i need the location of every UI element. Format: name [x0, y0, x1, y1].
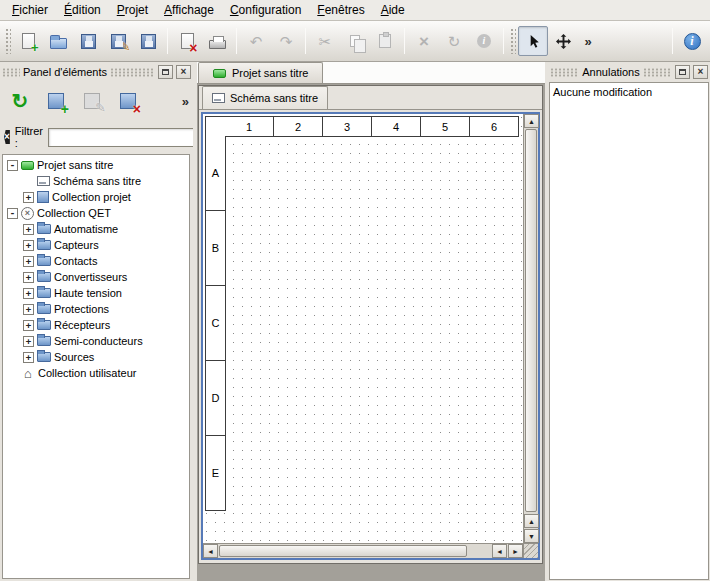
undo-dock-titlebar[interactable]: Annulations ×: [550, 64, 708, 80]
expand-expander-icon[interactable]: [23, 240, 34, 251]
scroll-left-button[interactable]: ◄: [492, 544, 507, 558]
tree-item-scheme[interactable]: Schéma sans titre: [3, 173, 189, 189]
expand-expander-icon[interactable]: [23, 304, 34, 315]
collection-icon: [37, 191, 49, 203]
vertical-scroll-thumb[interactable]: [525, 129, 537, 512]
reload-collections-button[interactable]: ↻: [4, 85, 36, 117]
diagram-scroll-area: 1 2 3 4 5 6 A B C D E: [201, 112, 540, 560]
menu-fenetres[interactable]: Fenêtres: [309, 0, 372, 20]
open-project-button[interactable]: [43, 26, 73, 56]
object-info-button[interactable]: i: [469, 26, 499, 56]
ruler-corner: [205, 116, 226, 137]
horizontal-scroll-thumb[interactable]: [219, 545, 467, 557]
toolbar-handle[interactable]: [5, 28, 11, 54]
column-ruler: 1 2 3 4 5 6: [225, 116, 519, 137]
dock-float-button[interactable]: [158, 65, 173, 79]
expand-expander-icon[interactable]: [23, 320, 34, 331]
tree-item-semi-conducteurs[interactable]: Semi-conducteurs: [3, 333, 189, 349]
float-window-icon: [162, 69, 169, 75]
panel-toolbar-overflow-button[interactable]: »: [182, 94, 189, 109]
save-all-button[interactable]: [133, 26, 163, 56]
tree-item-haute-tension[interactable]: Haute tension: [3, 285, 189, 301]
elements-panel-toolbar: ↻ + ✎ × »: [0, 82, 193, 120]
scroll-left-button[interactable]: ◄: [203, 544, 218, 558]
collapse-expander-icon[interactable]: [7, 208, 18, 219]
undo-history-list[interactable]: Aucune modification: [549, 82, 709, 580]
new-project-button[interactable]: [13, 26, 43, 56]
scroll-right-button[interactable]: ►: [508, 544, 523, 558]
filter-input[interactable]: [48, 128, 198, 147]
tree-item-collection-utilisateur[interactable]: Collection utilisateur: [3, 365, 189, 381]
selection-mode-button[interactable]: [518, 26, 548, 56]
undo-button[interactable]: ↶: [241, 26, 271, 56]
new-element-button[interactable]: +: [40, 85, 72, 117]
scheme-tab-label: Schéma sans titre: [230, 92, 318, 104]
toolbar-overflow-button[interactable]: »: [578, 26, 598, 56]
menu-configuration[interactable]: Configuration: [222, 0, 309, 20]
expand-expander-icon[interactable]: [23, 352, 34, 363]
menu-projet[interactable]: Projet: [109, 0, 156, 20]
tree-item-recepteurs[interactable]: Récepteurs: [3, 317, 189, 333]
chevron-right-icon: »: [584, 34, 591, 49]
menu-affichage[interactable]: Affichage: [156, 0, 222, 20]
cut-button[interactable]: ✂: [310, 26, 340, 56]
expand-expander-icon[interactable]: [23, 288, 34, 299]
about-button[interactable]: i: [677, 26, 707, 56]
edit-element-button[interactable]: ✎: [76, 85, 108, 117]
horizontal-scrollbar[interactable]: ◄ ◄ ►: [203, 543, 523, 558]
dock-close-button[interactable]: ×: [176, 65, 191, 79]
scheme-window[interactable]: Schéma sans titre 1 2 3 4 5 6 A: [198, 85, 543, 564]
copy-button[interactable]: [340, 26, 370, 56]
redo-button[interactable]: ↷: [271, 26, 301, 56]
tree-item-collection-projet[interactable]: Collection projet: [3, 189, 189, 205]
menu-aide[interactable]: Aide: [373, 0, 413, 20]
elements-panel-dock: Panel d'éléments × ↻ + ✎ × » × Filtrer :…: [0, 62, 193, 581]
row-ruler: A B C D E: [205, 136, 226, 511]
resize-grip[interactable]: [523, 543, 538, 558]
vertical-scrollbar[interactable]: ▲ ▲ ▼: [523, 114, 538, 543]
filter-row: × Filtrer :: [4, 126, 189, 148]
elements-panel-titlebar[interactable]: Panel d'éléments ×: [2, 64, 191, 80]
expand-expander-icon[interactable]: [23, 336, 34, 347]
scheme-tabbar: Schéma sans titre: [199, 86, 542, 110]
save-as-button[interactable]: ✎: [103, 26, 133, 56]
paste-button[interactable]: [370, 26, 400, 56]
expand-expander-icon[interactable]: [23, 256, 34, 267]
dock-float-button[interactable]: [675, 65, 690, 79]
scheme-icon: [212, 93, 225, 103]
mdi-area: Schéma sans titre 1 2 3 4 5 6 A: [197, 84, 545, 581]
expand-expander-icon[interactable]: [23, 224, 34, 235]
menu-edition[interactable]: Édition: [56, 0, 109, 20]
folder-icon: [37, 224, 51, 234]
menu-fichier[interactable]: Fichier: [4, 0, 56, 20]
scroll-up-button[interactable]: ▲: [524, 114, 539, 128]
undo-empty-message: Aucune modification: [553, 86, 652, 98]
rotate-button[interactable]: ↻: [439, 26, 469, 56]
save-button[interactable]: [73, 26, 103, 56]
tree-item-automatisme[interactable]: Automatisme: [3, 221, 189, 237]
collapse-expander-icon[interactable]: [7, 160, 18, 171]
tree-item-project[interactable]: Projet sans titre: [3, 157, 189, 173]
scroll-up-button[interactable]: ▲: [524, 514, 539, 528]
tree-item-sources[interactable]: Sources: [3, 349, 189, 365]
print-button[interactable]: [202, 26, 232, 56]
expand-expander-icon[interactable]: [23, 192, 34, 203]
tree-item-protections[interactable]: Protections: [3, 301, 189, 317]
tree-item-capteurs[interactable]: Capteurs: [3, 237, 189, 253]
tab-project[interactable]: Projet sans titre: [198, 62, 323, 83]
tree-item-convertisseurs[interactable]: Convertisseurs: [3, 269, 189, 285]
delete-element-button[interactable]: ×: [112, 85, 144, 117]
tree-item-contacts[interactable]: Contacts: [3, 253, 189, 269]
pan-mode-button[interactable]: [548, 26, 578, 56]
delete-button[interactable]: ×: [409, 26, 439, 56]
expand-expander-icon[interactable]: [23, 272, 34, 283]
diagram-canvas[interactable]: 1 2 3 4 5 6 A B C D E: [203, 114, 523, 543]
toolbar-handle[interactable]: [510, 28, 516, 54]
scroll-down-button[interactable]: ▼: [524, 529, 539, 543]
tree-item-collection-qet[interactable]: Collection QET: [3, 205, 189, 221]
clear-filter-button[interactable]: ×: [4, 130, 10, 144]
tab-scheme[interactable]: Schéma sans titre: [202, 86, 328, 109]
dock-close-button[interactable]: ×: [693, 65, 708, 79]
close-file-button[interactable]: [172, 26, 202, 56]
undo-icon: ↶: [250, 34, 263, 49]
